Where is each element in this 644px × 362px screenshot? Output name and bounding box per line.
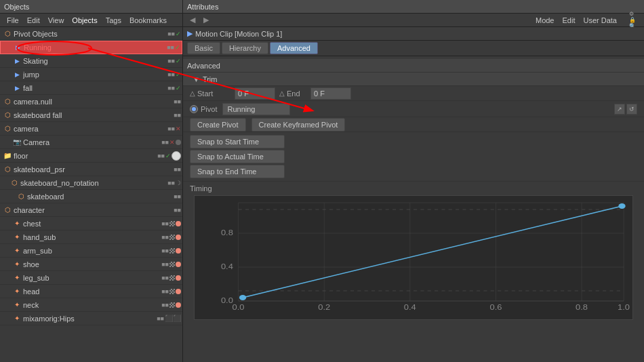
- objects-panel-title: Objects: [0, 0, 182, 14]
- hips-icon: ✦: [12, 314, 22, 323]
- obj-hand-sub[interactable]: ✦ hand_sub ■■: [0, 230, 182, 244]
- obj-label-jump: jump: [23, 71, 167, 79]
- tab-bar: Basic Hierarchy Advanced: [183, 41, 644, 56]
- menu-user-data[interactable]: User Data: [579, 16, 621, 24]
- sk-badges: ■■: [174, 193, 181, 200]
- obj-floor[interactable]: 📁 floor ■■ ✓: [0, 149, 182, 163]
- obj-label-arm-sub: arm_sub: [23, 247, 161, 255]
- snr-badges: ■■ ☽: [167, 180, 181, 186]
- obj-pivot-objects[interactable]: ⬡ Pivot Objects ■■ ✓: [0, 27, 182, 41]
- snr-icon: ⬡: [9, 178, 19, 188]
- menu-tags[interactable]: Tags: [102, 16, 125, 24]
- sf-icon: ⬡: [3, 110, 12, 120]
- obj-head[interactable]: ✦ head ■■: [0, 285, 182, 298]
- obj-chest[interactable]: ✦ chest ■■: [0, 217, 182, 230]
- menu-mode[interactable]: Mode: [531, 16, 559, 24]
- objects-title-text: Objects: [4, 3, 29, 11]
- hand-sub-badges: ■■: [161, 234, 181, 241]
- obj-skateboard[interactable]: ⬡ skateboard ■■: [0, 190, 182, 203]
- menu-edit-r[interactable]: Edit: [559, 16, 580, 24]
- svg-text:0.4: 0.4: [221, 263, 234, 270]
- pivot-link-icon-2[interactable]: ↺: [626, 104, 637, 115]
- svg-text:1.0: 1.0: [618, 304, 630, 310]
- menu-objects[interactable]: Objects: [68, 16, 101, 24]
- timing-section: Timing: [183, 182, 644, 325]
- head-badges: ■■: [161, 288, 181, 295]
- svg-text:0.0: 0.0: [233, 304, 245, 310]
- menu-file[interactable]: File: [3, 16, 23, 24]
- obj-label-hand-sub: hand_sub: [23, 233, 161, 241]
- obj-neck[interactable]: ✦ neck ■■: [0, 298, 182, 312]
- tab-hierarchy[interactable]: Hierarchy: [222, 42, 268, 54]
- obj-jump[interactable]: ▶ jump ■■ ✓: [0, 68, 182, 81]
- hand-sub-icon: ✦: [12, 233, 22, 242]
- pivot-link-icons: ↗ ↺: [614, 104, 637, 115]
- obj-leg-sub[interactable]: ✦ leg_sub ■■: [0, 271, 182, 285]
- jump-badges: ■■ ✓: [167, 71, 181, 78]
- trim-section-header[interactable]: ▼ Trim: [183, 73, 644, 86]
- obj-Camera[interactable]: 📷 Camera ■■ ✕: [0, 136, 182, 149]
- obj-label-chest: chest: [23, 220, 161, 228]
- obj-arm-sub[interactable]: ✦ arm_sub ■■: [0, 244, 182, 258]
- shoe-badges: ■■: [161, 261, 181, 268]
- chest-icon: ✦: [12, 219, 22, 228]
- pivot-value-input[interactable]: [222, 103, 290, 115]
- svg-text:0.2: 0.2: [318, 304, 330, 310]
- skating-badges: ■■ ✓: [167, 58, 181, 64]
- obj-fall[interactable]: ▶ fall ■■ ✓: [0, 81, 182, 95]
- chart-container: 0.0 0.2 0.4 0.6 0.8 1.0 0.0 0.4 0.8: [194, 195, 633, 320]
- start-value-input[interactable]: [235, 87, 275, 100]
- head-icon: ✦: [12, 287, 22, 296]
- obj-badges: ■■ ✓: [167, 31, 181, 37]
- menu-edit[interactable]: Edit: [23, 16, 44, 24]
- menu-bookmarks[interactable]: Bookmarks: [125, 16, 171, 24]
- tab-basic[interactable]: Basic: [187, 42, 220, 54]
- snap-end-btn[interactable]: Snap to End Time: [190, 165, 285, 178]
- start-field-label: △ Start: [190, 89, 230, 98]
- neck-icon: ✦: [12, 300, 22, 310]
- obj-shoe[interactable]: ✦ shoe ■■: [0, 258, 182, 271]
- obj-label-hips: mixamorig:Hips: [23, 315, 157, 323]
- pivot-radio[interactable]: [190, 105, 198, 113]
- advanced-section-header[interactable]: Advanced: [183, 59, 644, 73]
- obj-skating[interactable]: ▶ Skating ■■ ✓: [0, 54, 182, 68]
- Camera-icon: 📷: [12, 138, 22, 147]
- create-pivot-btn[interactable]: Create Pivot: [190, 118, 246, 132]
- end-value-input[interactable]: [310, 87, 351, 100]
- attr-nav-back[interactable]: ◀: [186, 16, 199, 24]
- spsr-icon: ⬡: [3, 165, 12, 174]
- toolbar-icons: ⚙🔒🔍: [625, 11, 640, 29]
- obj-mixamorig-hips[interactable]: ✦ mixamorig:Hips ■■ ⬛⬛: [0, 312, 182, 325]
- snap-start-btn[interactable]: Snap to Start Time: [190, 135, 285, 148]
- pivot-link-icon-1[interactable]: ↗: [614, 104, 625, 115]
- obj-skateboard-fall[interactable]: ⬡ skateboard fall ■■: [0, 108, 182, 122]
- tab-advanced[interactable]: Advanced: [270, 42, 318, 54]
- obj-label-camera-null: camera.null: [14, 98, 174, 106]
- obj-character[interactable]: ⬡ character ■■: [0, 203, 182, 217]
- svg-point-13: [239, 295, 246, 300]
- cam-badges: ■■ ✕: [167, 125, 181, 132]
- menu-view[interactable]: View: [44, 16, 68, 24]
- trim-triangle: ▼: [193, 75, 200, 83]
- attr-content: Advanced ▼ Trim △ Start △ End: [183, 56, 644, 362]
- create-keyframed-pivot-btn[interactable]: Create Keyframed Pivot: [251, 118, 346, 132]
- obj-camera-null[interactable]: ⬡ camera.null ■■: [0, 95, 182, 108]
- char-badges: ■■: [174, 207, 181, 214]
- obj-camera[interactable]: ⬡ camera ■■ ✕: [0, 122, 182, 136]
- obj-label-neck: neck: [23, 301, 161, 309]
- snap-buttons: Snap to Start Time Snap to Actual Time S…: [183, 132, 644, 182]
- attr-title-text: Attributes: [187, 3, 218, 11]
- motion-clip-label: Motion Clip [Motion Clip 1]: [195, 30, 282, 38]
- obj-label-leg-sub: leg_sub: [23, 274, 161, 282]
- motion-icon: ▶: [187, 29, 193, 38]
- obj-skateboard-no-rotation[interactable]: ⬡ skateboard_no_rotation ■■ ☽: [0, 176, 182, 190]
- svg-text:0.4: 0.4: [404, 304, 417, 310]
- obj-label-pivot-objects: Pivot Objects: [14, 30, 167, 38]
- snap-actual-btn[interactable]: Snap to Actual Time: [190, 150, 285, 163]
- obj-running[interactable]: ▶ Running ■■ ✓: [0, 41, 182, 54]
- attr-nav-fwd[interactable]: ▶: [199, 16, 213, 24]
- start-end-row: △ Start △ End: [183, 86, 644, 101]
- sf-badges: ■■: [174, 112, 181, 119]
- obj-skateboard-psr[interactable]: ⬡ skateboard_psr ■■: [0, 163, 182, 176]
- obj-label-Camera: Camera: [23, 138, 161, 146]
